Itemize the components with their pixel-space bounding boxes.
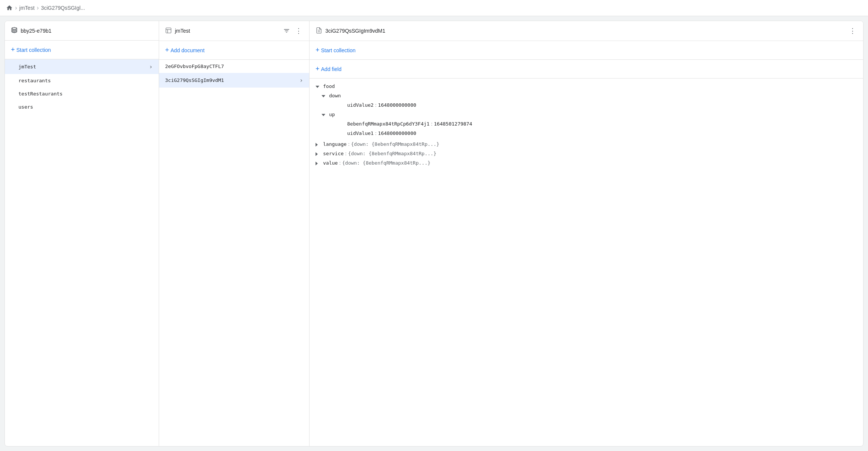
doc-id-2: 3ciG279QsSGIgIm9vdM1	[165, 77, 224, 83]
filter-icon[interactable]	[282, 26, 291, 35]
field-key-food: food	[323, 83, 335, 89]
field-food-down: down	[310, 91, 863, 100]
doc-id-1: 2eGFOvbvoFpG8ayCTFL7	[165, 64, 224, 69]
toggle-service[interactable]	[316, 151, 323, 156]
field-val-uidvalue1: 1648000000000	[378, 130, 416, 136]
field-uidvalue1: uidValue1 : 1648000000000	[310, 129, 863, 138]
field-val-value: {down: {8ebenfqRMmapx84tRp...}	[342, 160, 431, 166]
document-icon	[316, 27, 322, 35]
field-key-value: value	[323, 160, 338, 166]
collection-item-testrestaurants[interactable]: testRestaurants	[5, 87, 159, 100]
right-panel-header: 3ciG279QsSGIgIm9vdM1 ⋮	[310, 21, 863, 41]
field-food-up: up	[310, 110, 863, 119]
start-collection-label-right: Start collection	[321, 47, 356, 53]
mid-panel-title: jmTest	[175, 28, 279, 34]
colon-language: :	[348, 141, 350, 147]
field-val-8ebenfq: 1648501279874	[434, 121, 472, 127]
left-panel-content: jmTest › restaurants testRestaurants use…	[5, 59, 159, 446]
colon-value: :	[339, 160, 341, 166]
field-8ebenfq: 8ebenfqRMmapx84tRpCp6dY3F4j1 : 164850127…	[310, 119, 863, 129]
right-panel-icons: ⋮	[848, 26, 857, 35]
toggle-value[interactable]	[316, 160, 323, 166]
colon-service: :	[345, 151, 347, 156]
svg-rect-2	[166, 28, 171, 33]
breadcrumb-separator-2: ›	[37, 5, 39, 11]
add-document-button[interactable]: + Add document	[159, 41, 309, 60]
doc-item-1[interactable]: 2eGFOvbvoFpG8ayCTFL7	[159, 60, 309, 73]
add-document-label: Add document	[171, 47, 205, 53]
more-icon-mid[interactable]: ⋮	[294, 26, 303, 35]
database-icon	[11, 27, 18, 35]
chevron-right-icon-2: ›	[299, 77, 303, 84]
field-key-8ebenfq: 8ebenfqRMmapx84tRpCp6dY3F4j1	[347, 121, 429, 127]
field-key-language: language	[323, 141, 347, 147]
plus-icon-mid: +	[165, 46, 169, 54]
breadcrumb-separator-1: ›	[15, 5, 17, 11]
collection-item-label: testRestaurants	[18, 91, 62, 97]
toggle-food[interactable]	[316, 83, 323, 89]
field-service: service : {down: {8ebenfqRMmapx84tRp...}	[310, 149, 863, 158]
main-content: bby25-e79b1 + Start collection jmTest › …	[5, 21, 863, 446]
collection-item-label: jmTest	[18, 64, 36, 70]
field-val-language: {down: {8ebenfqRMmapx84tRp...}	[351, 141, 439, 147]
plus-icon-left: +	[11, 46, 15, 54]
chevron-right-icon: ›	[149, 63, 153, 70]
home-icon[interactable]	[6, 5, 13, 11]
field-key-uidvalue2: uidValue2	[347, 102, 373, 108]
field-key-uidvalue1: uidValue1	[347, 130, 373, 136]
start-collection-label-left: Start collection	[17, 47, 51, 53]
field-uidvalue2: uidValue2 : 1648000000000	[310, 100, 863, 110]
field-key-down: down	[329, 93, 341, 98]
collection-item-users[interactable]: users	[5, 100, 159, 114]
collection-item-label: users	[18, 104, 33, 110]
start-collection-button-left[interactable]: + Start collection	[5, 41, 159, 59]
left-panel-title: bby25-e79b1	[21, 28, 153, 34]
breadcrumb: › jmTest › 3ciG279QsSGIgl...	[0, 0, 868, 16]
colon-uidvalue2: :	[375, 102, 376, 108]
doc-item-2[interactable]: 3ciG279QsSGIgIm9vdM1 ›	[159, 73, 309, 88]
left-panel-header: bby25-e79b1	[5, 21, 159, 41]
mid-panel-content: 2eGFOvbvoFpG8ayCTFL7 3ciG279QsSGIgIm9vdM…	[159, 60, 309, 446]
plus-icon-right-sc: +	[316, 46, 320, 54]
add-field-label: Add field	[321, 66, 341, 72]
mid-panel-header: jmTest ⋮	[159, 21, 309, 41]
breadcrumb-docid[interactable]: 3ciG279QsSGIgl...	[41, 5, 85, 11]
start-collection-button-right[interactable]: + Start collection	[310, 41, 863, 60]
toggle-food-up[interactable]	[322, 112, 329, 117]
right-panel: 3ciG279QsSGIgIm9vdM1 ⋮ + Start collectio…	[310, 21, 863, 446]
collection-icon	[165, 27, 172, 35]
colon-8ebenfq: :	[431, 121, 432, 127]
left-panel: bby25-e79b1 + Start collection jmTest › …	[5, 21, 159, 446]
collection-item-jmtest[interactable]: jmTest ›	[5, 59, 159, 74]
field-value: value : {down: {8ebenfqRMmapx84tRp...}	[310, 158, 863, 168]
breadcrumb-jmtest[interactable]: jmTest	[19, 5, 34, 11]
mid-panel: jmTest ⋮ + Add document 2eGFOvbvoFpG8ayC…	[159, 21, 310, 446]
collection-item-restaurants[interactable]: restaurants	[5, 74, 159, 87]
field-key-up: up	[329, 112, 335, 117]
colon-uidvalue1: :	[375, 130, 376, 136]
toggle-food-down[interactable]	[322, 93, 329, 98]
add-field-button[interactable]: + Add field	[310, 60, 863, 79]
mid-panel-icons: ⋮	[282, 26, 303, 35]
collection-item-label: restaurants	[18, 78, 51, 83]
field-food: food	[310, 82, 863, 91]
field-val-uidvalue2: 1648000000000	[378, 102, 416, 108]
field-key-service: service	[323, 151, 344, 156]
more-icon-right[interactable]: ⋮	[848, 26, 857, 35]
svg-point-1	[12, 27, 17, 29]
plus-icon-right-af: +	[316, 65, 320, 73]
right-panel-content: food down uidValue2 : 1648000000000	[310, 79, 863, 446]
toggle-language[interactable]	[316, 141, 323, 147]
field-language: language : {down: {8ebenfqRMmapx84tRp...…	[310, 139, 863, 149]
field-val-service: {down: {8ebenfqRMmapx84tRp...}	[348, 151, 436, 156]
right-panel-title: 3ciG279QsSGIgIm9vdM1	[325, 28, 845, 34]
